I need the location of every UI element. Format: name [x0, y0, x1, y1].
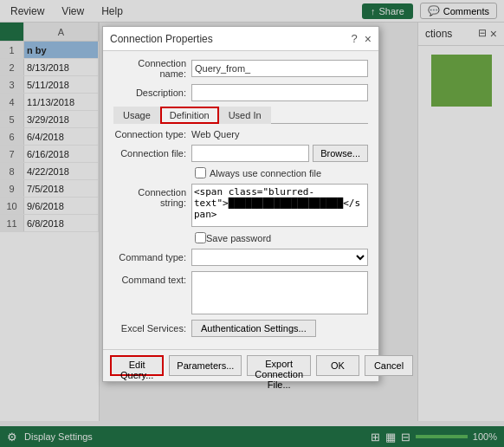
save-pwd-row: Save password [113, 232, 368, 243]
browse-button[interactable]: Browse... [313, 145, 368, 162]
conn-type-label: Connection type: [113, 129, 191, 139]
cmd-text-textarea[interactable] [191, 271, 368, 314]
cmd-type-select[interactable] [191, 249, 368, 266]
ok-button[interactable]: OK [316, 355, 359, 376]
desc-input[interactable] [191, 84, 368, 101]
help-icon[interactable]: ? [352, 32, 358, 45]
connection-properties-dialog: Connection Properties ? × Connection nam… [102, 26, 379, 382]
conn-string-row: Connection string: <span class="blurred-… [113, 184, 368, 227]
excel-svc-row: Excel Services: Authentication Settings.… [113, 320, 368, 337]
desc-label: Description: [113, 87, 191, 98]
export-conn-button[interactable]: Export Connection File... [247, 355, 311, 376]
conn-name-input[interactable] [191, 60, 368, 77]
conn-file-row: Connection file: Browse... [113, 145, 368, 162]
parameters-button[interactable]: Parameters... [169, 355, 242, 376]
cmd-text-label: Command text: [113, 271, 191, 285]
conn-type-value: Web Query [191, 129, 239, 139]
always-use-label: Always use connection file [210, 168, 321, 178]
auth-settings-button[interactable]: Authentication Settings... [191, 320, 316, 337]
always-use-checkbox[interactable] [195, 167, 206, 178]
save-pwd-label: Save password [206, 233, 271, 243]
conn-name-row: Connection name: [113, 58, 368, 79]
dialog-body: Connection name: Description: Usage Defi… [103, 51, 378, 349]
dialog-overlay: Connection Properties ? × Connection nam… [0, 0, 504, 447]
desc-row: Description: [113, 84, 368, 101]
save-pwd-checkbox[interactable] [195, 232, 206, 243]
tab-definition[interactable]: Definition [160, 107, 219, 124]
tab-usage[interactable]: Usage [113, 107, 160, 124]
conn-string-label: Connection string: [113, 184, 191, 208]
conn-type-row: Connection type: Web Query [113, 129, 368, 139]
cmd-text-row: Command text: [113, 271, 368, 314]
dialog-titlebar: Connection Properties ? × [103, 27, 378, 51]
dialog-bottom-buttons: Edit Query... Parameters... Export Conne… [103, 349, 378, 381]
always-use-row: Always use connection file [113, 167, 368, 178]
cancel-button[interactable]: Cancel [365, 355, 413, 376]
excel-svc-label: Excel Services: [113, 323, 191, 334]
close-dialog-button[interactable]: × [365, 33, 372, 45]
tab-used-in[interactable]: Used In [219, 107, 271, 124]
conn-file-label: Connection file: [113, 148, 191, 159]
definition-tab-content: Connection type: Web Query Connection fi… [113, 129, 368, 337]
cmd-type-label: Command type: [113, 252, 191, 262]
dialog-title: Connection Properties [110, 33, 213, 45]
conn-file-input[interactable] [191, 145, 309, 162]
ok-cancel-row: OK Cancel [316, 355, 413, 376]
edit-query-button[interactable]: Edit Query... [110, 355, 164, 376]
conn-string-textarea[interactable]: <span class="blurred-text">█████████████… [191, 184, 368, 227]
dialog-controls: ? × [352, 32, 372, 45]
cmd-type-row: Command type: [113, 249, 368, 266]
tabs-row: Usage Definition Used In [113, 107, 368, 124]
conn-name-label: Connection name: [113, 58, 191, 79]
